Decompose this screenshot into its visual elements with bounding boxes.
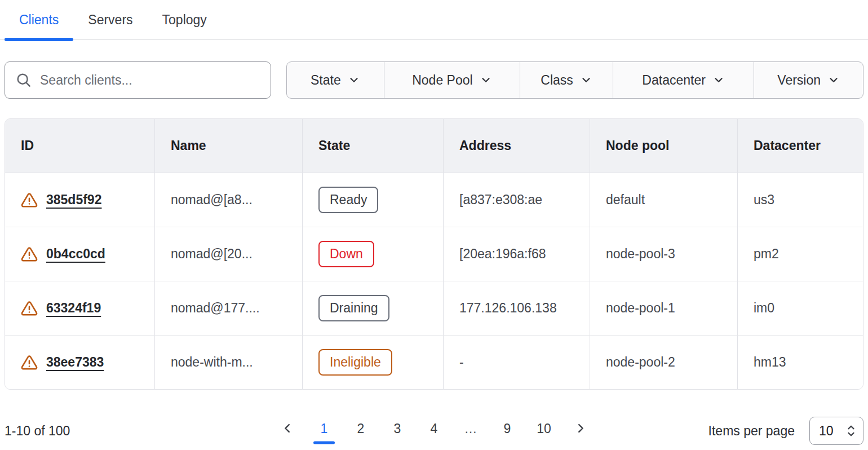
table-row: 38ee7383 node-with-m... Ineligible - nod… <box>5 335 863 389</box>
client-id-link[interactable]: 38ee7383 <box>46 355 104 370</box>
state-badge: Ineligible <box>318 349 392 376</box>
id-cell: 385d5f92 <box>5 173 154 227</box>
id-cell: 63324f19 <box>5 281 154 335</box>
filter-button[interactable]: Datacenter <box>613 62 754 98</box>
client-datacenter: hm13 <box>737 336 863 389</box>
client-address: [a837:e308:ae <box>443 173 590 227</box>
footer: 1-10 of 100 1234…910 Items per page 10 <box>5 412 863 449</box>
pagination: 1234…910 <box>276 413 592 444</box>
items-per-page: Items per page 10 <box>708 417 863 445</box>
clients-table: IDNameStateAddressNode poolDatacenter 38… <box>5 118 863 390</box>
chevron-down-icon <box>580 74 592 86</box>
state-badge: Ready <box>318 187 378 213</box>
page-button[interactable]: 3 <box>386 413 409 444</box>
chevron-down-icon <box>348 74 360 86</box>
page-button[interactable]: 1 <box>313 413 335 444</box>
table-header-row: IDNameStateAddressNode poolDatacenter <box>5 119 863 173</box>
table-row: 63324f19 nomad@177.... Draining 177.126.… <box>5 281 863 335</box>
state-cell: Ready <box>302 173 443 227</box>
filter-group: State Node Pool Class Datacenter Version <box>286 61 863 99</box>
tabs: ClientsServersToplogy <box>0 0 868 40</box>
page-button[interactable]: 9 <box>496 413 519 444</box>
client-id-link[interactable]: 63324f19 <box>46 301 101 316</box>
filter-button[interactable]: State <box>287 62 384 98</box>
tab[interactable]: Toplogy <box>148 0 222 39</box>
warning-icon <box>21 354 38 371</box>
chevron-left-icon <box>281 422 294 435</box>
tab[interactable]: Clients <box>5 0 73 39</box>
client-address: - <box>443 336 590 389</box>
page-list: 1234…910 <box>313 413 555 444</box>
table-body: 385d5f92 nomad@[a8... Ready [a837:e308:a… <box>5 173 863 389</box>
warning-icon <box>21 300 38 317</box>
warning-icon <box>21 246 38 263</box>
prev-page-button[interactable] <box>276 413 299 444</box>
page-button[interactable]: 4 <box>423 413 445 444</box>
toolbar: State Node Pool Class Datacenter Version <box>5 61 863 99</box>
state-badge: Down <box>318 241 374 267</box>
search-box <box>5 61 271 99</box>
filter-label: Node Pool <box>412 73 472 88</box>
next-page-button[interactable] <box>569 413 592 444</box>
items-per-page-label: Items per page <box>708 423 795 439</box>
pagination-summary: 1-10 of 100 <box>5 423 70 439</box>
id-cell: 38ee7383 <box>5 336 154 389</box>
client-datacenter: im0 <box>737 281 863 335</box>
client-name: node-with-m... <box>154 336 302 389</box>
filter-button[interactable]: Version <box>754 62 863 98</box>
filter-button[interactable]: Node Pool <box>384 62 520 98</box>
client-id-link[interactable]: 385d5f92 <box>46 192 101 208</box>
client-name: nomad@[20... <box>154 227 302 281</box>
table-row: 385d5f92 nomad@[a8... Ready [a837:e308:a… <box>5 173 863 227</box>
column-header: ID <box>5 119 154 173</box>
chevron-down-icon <box>480 74 492 86</box>
filter-label: Datacenter <box>642 73 706 88</box>
state-cell: Ineligible <box>302 336 443 389</box>
client-node-pool: node-pool-2 <box>590 336 737 389</box>
id-cell: 0b4cc0cd <box>5 227 154 281</box>
state-cell: Down <box>302 227 443 281</box>
filter-label: State <box>311 73 341 88</box>
client-name: nomad@[a8... <box>154 173 302 227</box>
filter-label: Version <box>777 73 821 88</box>
client-address: [20ea:196a:f68 <box>443 227 590 281</box>
state-cell: Draining <box>302 281 443 335</box>
column-header: Node pool <box>590 119 737 173</box>
column-header: Name <box>154 119 302 173</box>
filter-label: Class <box>541 73 573 88</box>
search-icon <box>15 72 32 89</box>
items-per-page-value: 10 <box>819 423 834 439</box>
column-header: Datacenter <box>737 119 863 173</box>
chevron-down-icon <box>827 74 840 86</box>
chevron-down-icon <box>712 74 725 86</box>
page-button[interactable]: 10 <box>533 413 555 444</box>
client-address: 177.126.106.138 <box>443 281 590 335</box>
client-node-pool: node-pool-1 <box>590 281 737 335</box>
tab[interactable]: Servers <box>73 0 147 39</box>
column-header: State <box>302 119 443 173</box>
warning-icon <box>21 192 38 209</box>
client-node-pool: default <box>590 173 737 227</box>
search-input[interactable] <box>40 73 260 88</box>
state-badge: Draining <box>318 295 389 321</box>
client-datacenter: pm2 <box>737 227 863 281</box>
chevron-right-icon <box>574 422 587 435</box>
client-name: nomad@177.... <box>154 281 302 335</box>
column-header: Address <box>443 119 590 173</box>
client-node-pool: node-pool-3 <box>590 227 737 281</box>
table-row: 0b4cc0cd nomad@[20... Down [20ea:196a:f6… <box>5 227 863 281</box>
page-button[interactable]: 2 <box>349 413 372 444</box>
page-ellipsis: … <box>459 413 482 444</box>
stepper-icon <box>845 423 857 438</box>
filter-button[interactable]: Class <box>520 62 613 98</box>
items-per-page-select[interactable]: 10 <box>809 417 863 445</box>
client-datacenter: us3 <box>737 173 863 227</box>
client-id-link[interactable]: 0b4cc0cd <box>46 246 105 262</box>
